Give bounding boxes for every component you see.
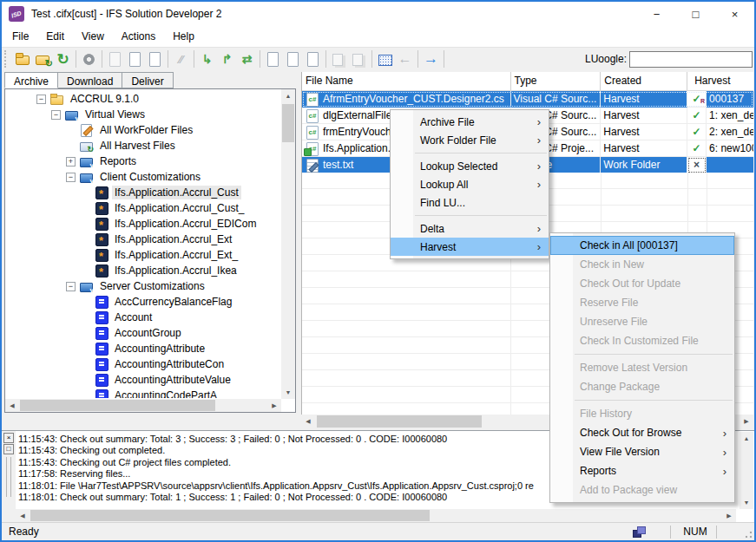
scroll-up-icon[interactable]: ▲ (740, 432, 753, 445)
menu-item-remove-latest-version[interactable]: Remove Latest Version (550, 358, 734, 377)
put-file-icon[interactable]: ↑ (283, 49, 303, 69)
scroll-right-icon[interactable]: ▶ (740, 415, 753, 428)
log-grip-icon[interactable] (6, 457, 11, 497)
log-horizontal-scrollbar[interactable]: ◀ ▶ (16, 509, 736, 522)
scrollbar-thumb[interactable] (317, 415, 482, 428)
column-header-type[interactable]: Type (511, 72, 602, 90)
tab-download[interactable]: Download (57, 72, 122, 88)
tree-item[interactable]: AccountGroup (5, 325, 280, 341)
open-archive-icon[interactable] (13, 49, 33, 69)
tree-item[interactable]: Ifs.Application.Accrul_Ext (5, 232, 280, 247)
expander-icon[interactable]: − (66, 173, 76, 182)
tree-item[interactable]: Account (5, 310, 280, 325)
expander-icon[interactable]: + (66, 157, 76, 167)
menu-item-harvest[interactable]: Harvest› (391, 238, 549, 256)
scroll-left-icon[interactable]: ◀ (5, 399, 19, 412)
menu-item-archive-file[interactable]: Archive File› (391, 113, 549, 131)
log-vertical-scrollbar[interactable]: ▲ ▼ (740, 432, 753, 509)
minimize-button[interactable]: − (637, 2, 676, 26)
menu-item-check-in-all[interactable]: Check in All [000137] (550, 236, 734, 255)
menu-file[interactable]: File (3, 27, 37, 46)
tree-horizontal-scrollbar[interactable]: ◀ ▶ (5, 399, 281, 412)
scroll-left-icon[interactable]: ◀ (301, 415, 315, 428)
package-grid-icon[interactable] (375, 49, 395, 69)
sync-file-icon[interactable]: ↻ (303, 49, 323, 69)
file-row[interactable]: AfrmEntryVoucher_CUST.Designer2.cs Visua… (302, 91, 753, 108)
column-header-created[interactable]: Created (601, 72, 687, 90)
swap-arrows-icon[interactable]: ⇄ (237, 49, 257, 69)
folder-sync-icon[interactable] (33, 49, 53, 69)
expander-icon[interactable]: − (66, 282, 76, 291)
scroll-right-icon[interactable]: ▶ (722, 509, 736, 522)
scrollbar-thumb[interactable] (282, 104, 294, 142)
menu-item-file-history[interactable]: File History (550, 404, 734, 423)
scroll-down-icon[interactable]: ▼ (281, 386, 295, 399)
menu-item-reports[interactable]: Reports› (550, 461, 734, 480)
menu-item-lookup-selected[interactable]: Lookup Selected› (391, 157, 549, 175)
maximize-button[interactable]: □ (676, 2, 715, 26)
scroll-right-icon[interactable]: ▶ (267, 399, 281, 412)
scrollbar-thumb[interactable] (20, 400, 215, 411)
new-document-icon[interactable] (105, 49, 125, 69)
refresh-icon[interactable]: ↻ (53, 49, 73, 69)
tree-item[interactable]: AccCurrencyBalanceFlag (5, 294, 280, 310)
tree-item[interactable]: Ifs.Application.Accrul_Ikea (5, 263, 280, 278)
tree-item[interactable]: Ifs.Application.Accrul_Ext_ (5, 247, 280, 263)
expander-icon[interactable]: − (51, 110, 61, 120)
branch-up-icon[interactable]: ↱ (217, 49, 237, 69)
menu-item-check-in-customized-file[interactable]: Check In Customized File (550, 331, 734, 350)
tree-item[interactable]: Ifs.Application.Accrul_Cust (5, 185, 280, 200)
tree-vertical-scrollbar[interactable]: ▲ ▼ (281, 89, 295, 399)
edit-document-icon[interactable]: / (125, 49, 145, 69)
log-float-button[interactable]: □ (3, 444, 14, 454)
tree-item[interactable]: −Virtual Views (5, 107, 280, 122)
column-header-file-name[interactable]: File Name (302, 72, 511, 90)
close-button[interactable]: × (715, 2, 754, 26)
menu-item-add-to-package-view[interactable]: Add to Package view (550, 480, 734, 500)
tree-item[interactable]: −ACCRUL 9.1.0 (5, 91, 280, 107)
tree-item[interactable]: AccountingAttribute (5, 341, 280, 356)
tree-item[interactable]: AccountingAttributeCon (5, 356, 280, 372)
tree-item[interactable]: Ifs.Application.Accrul_Cust_ (5, 200, 280, 216)
menu-item-reserve-file[interactable]: Reserve File (550, 293, 734, 312)
menu-actions[interactable]: Actions (113, 27, 164, 46)
menu-item-find-lu[interactable]: Find LU... (391, 193, 549, 212)
scroll-up-icon[interactable]: ▲ (281, 89, 295, 102)
tree-item[interactable]: AccountingCodePartA (5, 388, 280, 398)
scrollbar-thumb[interactable] (30, 510, 430, 521)
paste-files-icon[interactable] (349, 49, 369, 69)
delete-document-icon[interactable]: × (145, 49, 165, 69)
menu-help[interactable]: Help (164, 27, 203, 46)
tree-item[interactable]: All Harvest Files (5, 138, 280, 153)
menu-item-lookup-all[interactable]: Lookup All› (391, 175, 549, 193)
toolbar-grip-icon[interactable] (4, 50, 10, 68)
menu-item-work-folder-file[interactable]: Work Folder File› (391, 131, 549, 149)
menu-edit[interactable]: Edit (37, 27, 73, 46)
scroll-down-icon[interactable]: ▼ (740, 496, 753, 509)
resize-grip-icon[interactable] (742, 528, 753, 539)
menu-item-view-file-version[interactable]: View File Version› (550, 442, 734, 461)
menu-item-check-out-for-update[interactable]: Check Out for Update (550, 274, 734, 293)
menu-item-check-in-new[interactable]: Check in New (550, 255, 734, 274)
tab-archive[interactable]: Archive (4, 72, 58, 88)
tree-item[interactable]: Ifs.Application.Accrul_EDICom (5, 216, 280, 232)
forward-arrow-icon[interactable]: → (421, 49, 441, 69)
column-header-harvest[interactable]: Harvest (687, 72, 753, 90)
menu-item-delta[interactable]: Delta› (391, 219, 549, 238)
tree-item[interactable]: All WorkFolder Files (5, 122, 280, 138)
compare-icon[interactable]: ∕∕ (171, 49, 191, 69)
get-file-icon[interactable]: ↓ (263, 49, 283, 69)
menu-item-unreserve-file[interactable]: Unreserve File (550, 312, 734, 331)
settings-gear-icon[interactable] (79, 49, 99, 69)
menu-item-change-package[interactable]: Change Package (550, 377, 734, 396)
tree-item[interactable]: −Server Customizations (5, 278, 280, 294)
tab-deliver[interactable]: Deliver (122, 72, 173, 88)
tree-item[interactable]: +Reports (5, 153, 280, 169)
menu-view[interactable]: View (73, 27, 113, 46)
tree-item[interactable]: −Client Customizations (5, 169, 280, 185)
luoogle-input[interactable] (629, 51, 753, 68)
tree-item[interactable]: AccountingAttributeValue (5, 372, 280, 388)
menu-item-check-out-for-browse[interactable]: Check Out for Browse› (550, 423, 734, 442)
log-close-button[interactable]: × (3, 433, 14, 443)
expander-icon[interactable]: − (36, 95, 46, 104)
